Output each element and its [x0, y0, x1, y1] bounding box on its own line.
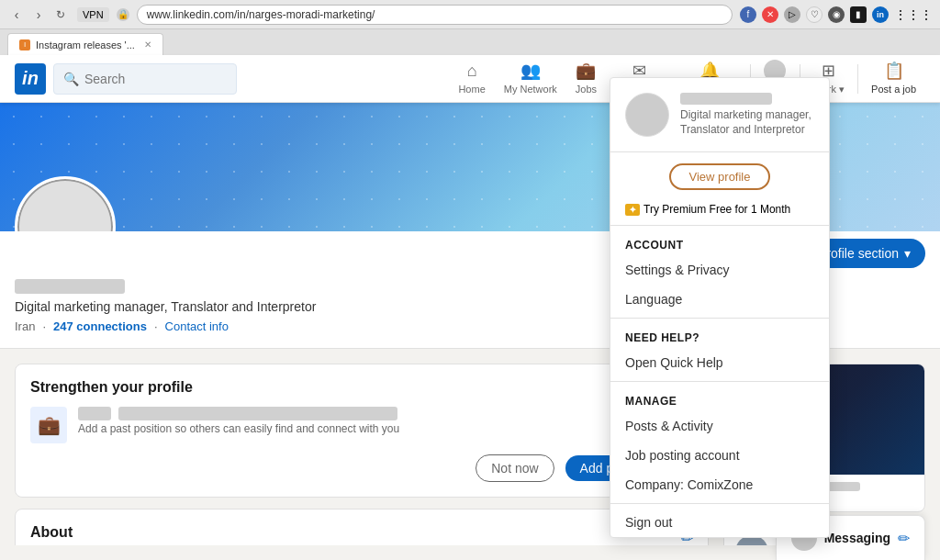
dropdown-account-label: ACCOUNT [610, 230, 829, 255]
dropdown-posts-activity[interactable]: Posts & Activity [610, 411, 829, 441]
posts-activity-label: Posts & Activity [625, 419, 713, 433]
vpn-indicator: VPN [77, 7, 109, 22]
browser-more-icon[interactable]: ⋮⋮⋮ [894, 7, 933, 22]
browser-ext-5[interactable]: ◉ [828, 6, 845, 23]
dropdown-view-profile-container: View profile [610, 152, 829, 197]
strengthen-actions: Not now Add past position [30, 454, 693, 482]
browser-nav-buttons: ‹ › ↻ [7, 6, 70, 24]
dropdown-manage-label: MANAGE [610, 386, 829, 411]
nav-item-home[interactable]: ⌂ Home [449, 55, 494, 103]
browser-ext-7[interactable]: in [872, 6, 889, 23]
nav-item-home-label: Home [458, 84, 485, 95]
dot-2: · [154, 319, 158, 333]
nav-divider-3 [857, 64, 858, 94]
location-text: Iran [15, 319, 35, 333]
strengthen-sub-desc: Add a past position so others can easily… [78, 422, 399, 435]
strengthen-name: help hiring managers and old coworkers f… [78, 407, 399, 420]
main-left: Strengthen your profile 💼 help hiring ma… [15, 364, 709, 545]
sign-out-label: Sign out [625, 515, 672, 530]
strengthen-profile-card: Strengthen your profile 💼 help hiring ma… [15, 364, 709, 498]
dropdown-job-posting[interactable]: Job posting account [610, 441, 829, 470]
nav-item-jobs[interactable]: 💼 Jobs [566, 55, 606, 103]
me-dropdown-menu: Digital marketing manager, Translator an… [610, 77, 830, 538]
search-icon: 🔍 [63, 72, 79, 86]
add-profile-chevron: ▾ [904, 246, 911, 261]
nav-item-jobs-label: Jobs [576, 84, 597, 95]
dropdown-avatar [625, 93, 669, 137]
dropdown-settings-privacy[interactable]: Settings & Privacy [610, 255, 829, 285]
strengthen-briefcase-icon: 💼 [30, 407, 67, 443]
tab-label: Instagram releases '... [36, 39, 135, 50]
search-box[interactable]: 🔍 [53, 63, 237, 95]
dropdown-user-title: Digital marketing manager, Translator an… [680, 108, 814, 137]
profile-name-blur [15, 279, 125, 294]
jobs-icon: 💼 [576, 61, 596, 81]
about-title: About [30, 524, 73, 541]
browser-ext-4[interactable]: ♡ [806, 6, 822, 23]
search-input[interactable] [84, 72, 222, 86]
premium-item[interactable]: ✦ Try Premium Free for 1 Month [610, 197, 829, 221]
back-button[interactable]: ‹ [7, 6, 26, 24]
browser-ext-6[interactable]: ▮ [850, 6, 867, 23]
strengthen-description: help hiring managers and old coworkers f… [118, 407, 397, 420]
messaging-bar-label: Messaging [824, 531, 890, 545]
network-icon: 👥 [520, 61, 541, 81]
reload-button[interactable]: ↻ [51, 6, 70, 24]
about-header: About ✏ [30, 524, 693, 545]
dropdown-sign-out[interactable]: Sign out [610, 508, 829, 537]
messaging-edit-icon[interactable]: ✏ [898, 530, 910, 547]
url-text: www.linkedin.com/in/narges-moradi-market… [147, 8, 375, 21]
premium-label: Try Premium Free for 1 Month [643, 203, 790, 216]
forward-button[interactable]: › [29, 6, 48, 24]
premium-icon: ✦ [625, 204, 640, 216]
strengthen-item: 💼 help hiring managers and old coworkers… [30, 407, 693, 443]
nav-item-network-label: My Network [504, 84, 557, 95]
job-posting-label: Job posting account [625, 448, 740, 463]
strengthen-name-blur [78, 407, 111, 420]
company-label: Company: ComixZone [625, 477, 753, 492]
view-profile-button[interactable]: View profile [669, 163, 771, 190]
settings-privacy-label: Settings & Privacy [625, 263, 730, 277]
browser-ext-2[interactable]: ✕ [762, 6, 778, 23]
vpn-label: VPN [83, 9, 104, 20]
browser-icons-right: f ✕ ▷ ♡ ◉ ▮ in ⋮⋮⋮ [740, 6, 933, 23]
contact-info-link[interactable]: Contact info [165, 319, 229, 333]
nav-item-post-job-label: Post a job [871, 84, 916, 95]
language-label: Language [625, 292, 682, 307]
dropdown-divider-3 [610, 381, 829, 382]
dropdown-company[interactable]: Company: ComixZone [610, 470, 829, 499]
dropdown-need-help-label: NEED HELP? [610, 322, 829, 348]
dropdown-header: Digital marketing manager, Translator an… [610, 78, 829, 152]
ssl-icon: 🔒 [117, 8, 129, 21]
strengthen-card-title: Strengthen your profile [30, 379, 693, 396]
dropdown-user-info: Digital marketing manager, Translator an… [680, 93, 814, 137]
location-dot: · [42, 319, 46, 333]
post-job-icon: 📋 [884, 61, 904, 81]
tab-favicon: I [19, 39, 30, 50]
address-bar[interactable]: www.linkedin.com/in/narges-moradi-market… [137, 5, 733, 25]
open-quick-help-label: Open Quick Help [625, 355, 723, 370]
dropdown-open-quick-help[interactable]: Open Quick Help [610, 348, 829, 377]
nav-item-network[interactable]: 👥 My Network [495, 55, 566, 103]
linkedin-logo[interactable]: in [15, 63, 46, 95]
dropdown-divider-2 [610, 318, 829, 319]
browser-chrome: ‹ › ↻ VPN 🔒 www.linkedin.com/in/narges-m… [0, 0, 940, 29]
tab-close-button[interactable]: ✕ [144, 39, 151, 50]
nav-item-post-job[interactable]: 📋 Post a job [862, 55, 925, 103]
connections-link[interactable]: 247 connections [53, 319, 147, 333]
home-icon: ⌂ [467, 62, 477, 81]
strengthen-text: help hiring managers and old coworkers f… [78, 407, 399, 435]
tab-bar: I Instagram releases '... ✕ [0, 29, 940, 55]
dropdown-divider-4 [610, 503, 829, 504]
browser-ext-1[interactable]: f [740, 6, 756, 23]
dropdown-name-blur [680, 93, 772, 105]
about-card: About ✏ [15, 509, 709, 545]
dropdown-divider-1 [610, 225, 829, 226]
browser-ext-3[interactable]: ▷ [784, 6, 800, 23]
dropdown-language[interactable]: Language [610, 285, 829, 314]
active-tab[interactable]: I Instagram releases '... ✕ [7, 33, 163, 55]
not-now-button[interactable]: Not now [476, 454, 554, 482]
